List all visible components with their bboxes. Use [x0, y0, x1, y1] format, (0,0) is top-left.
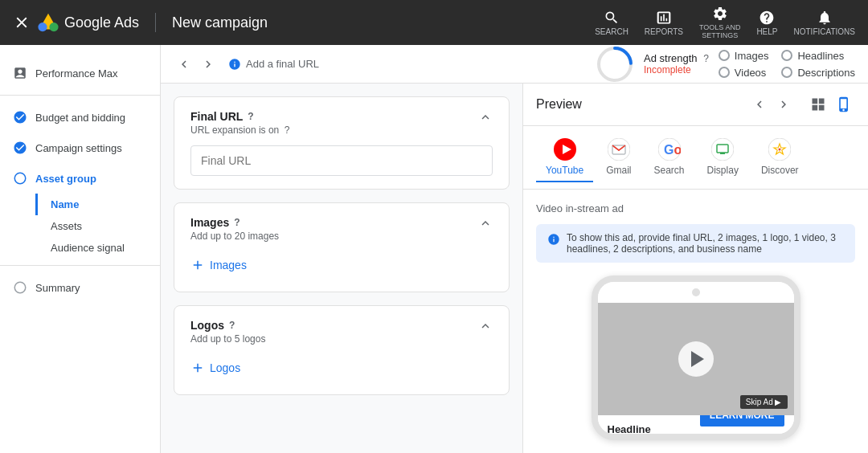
ad-strength: Ad strength ? Incomplete — [596, 45, 709, 84]
sidebar-sub-item-audience-signal[interactable]: Audience signal — [35, 237, 160, 259]
videos-circle — [719, 67, 730, 78]
channel-tabs: YouTube Gmail — [523, 126, 868, 190]
preview-next-button[interactable] — [773, 94, 794, 115]
preview-title: Preview — [536, 97, 743, 112]
phone-mockup: Skip Ad ▶ Headline www.example.com LEAR — [592, 275, 800, 440]
svg-point-1 — [49, 22, 58, 31]
preview-panel: Preview — [522, 84, 868, 453]
tab-youtube-label: YouTube — [546, 165, 583, 176]
youtube-icon — [553, 137, 577, 161]
sidebar-summary-label: Summary — [35, 282, 80, 294]
sidebar-item-budget[interactable]: Budget and bidding — [0, 102, 160, 133]
close-button[interactable] — [13, 14, 31, 31]
svg-point-3 — [14, 173, 26, 184]
svg-point-4 — [14, 282, 26, 293]
logo-text: Google Ads — [64, 14, 139, 31]
breadcrumb-info: Add a final URL — [228, 58, 319, 71]
images-header: Images ? Add up to 20 images — [190, 216, 493, 242]
breadcrumb-bar: Add a final URL Ad strength ? Incomplete — [161, 45, 868, 84]
skip-ad-button[interactable]: Skip Ad ▶ — [740, 395, 788, 409]
prev-button[interactable] — [174, 54, 194, 75]
help-button[interactable]: HELP — [756, 10, 777, 36]
grid-view-button[interactable] — [807, 93, 829, 116]
sidebar-item-performance-max[interactable]: Performance Max — [0, 58, 160, 88]
sidebar: Performance Max Budget and bidding Campa… — [0, 45, 161, 453]
logos-help-icon[interactable]: ? — [229, 320, 235, 331]
images-title-group: Images ? Add up to 20 images — [190, 216, 279, 242]
help-icon-inline[interactable]: ? — [703, 53, 709, 64]
svg-point-17 — [779, 149, 781, 151]
final-url-title: Final URL ? — [190, 110, 289, 123]
form-panel: Final URL ? URL expansion is on ? — [161, 84, 522, 453]
play-button[interactable] — [678, 341, 714, 377]
final-url-help-icon[interactable]: ? — [248, 111, 253, 122]
final-url-input[interactable] — [190, 145, 493, 176]
tab-youtube[interactable]: YouTube — [536, 133, 593, 182]
sidebar-divider-2 — [0, 265, 160, 266]
descriptions-circle — [781, 67, 792, 78]
images-subtitle: Add up to 20 images — [190, 231, 279, 242]
phone-ad-url: www.example.com — [608, 435, 682, 440]
tools-button[interactable]: TOOLS ANDSETTINGS — [699, 6, 740, 39]
tab-search[interactable]: Google Search — [645, 133, 694, 182]
preview-prev-button[interactable] — [749, 94, 770, 115]
tab-gmail[interactable]: Gmail — [596, 133, 641, 182]
logo: Google Ads — [37, 11, 139, 34]
url-expansion-help-icon[interactable]: ? — [285, 124, 290, 136]
final-url-toggle[interactable] — [478, 110, 493, 127]
breadcrumb-text: Add a final URL — [246, 58, 319, 70]
preview-nav — [749, 94, 794, 115]
sidebar-sub-item-assets[interactable]: Assets — [35, 215, 160, 237]
tab-display[interactable]: Display — [698, 133, 748, 182]
discover-icon — [768, 137, 792, 161]
images-help-icon[interactable]: ? — [234, 217, 240, 228]
sidebar-campaign-settings-label: Campaign settings — [35, 142, 122, 154]
tools-label: TOOLS ANDSETTINGS — [699, 23, 740, 39]
preview-content: Video in-stream ad To show this ad, prov… — [523, 190, 868, 453]
search-label: SEARCH — [595, 27, 628, 36]
tab-display-label: Display — [707, 165, 739, 176]
sidebar-divider — [0, 95, 160, 96]
topbar-actions: SEARCH REPORTS TOOLS ANDSETTINGS HELP NO… — [595, 6, 855, 39]
images-toggle[interactable] — [478, 216, 493, 233]
reports-button[interactable]: REPORTS — [645, 10, 683, 36]
add-logos-button[interactable]: Logos — [190, 354, 240, 382]
info-banner: To show this ad, provide final URL, 2 im… — [536, 224, 855, 263]
ad-strength-status: Incomplete — [644, 64, 709, 76]
images-title: Images ? — [190, 216, 279, 229]
sidebar-item-label: Performance Max — [35, 67, 118, 80]
tab-discover[interactable]: Discover — [751, 133, 809, 182]
phone-notch — [598, 282, 794, 303]
svg-rect-9 — [608, 138, 630, 161]
notifications-button[interactable]: NOTIFICATIONS — [794, 10, 855, 36]
help-label: HELP — [756, 27, 777, 36]
final-url-subtitle: URL expansion is on ? — [190, 124, 289, 136]
svg-rect-15 — [720, 153, 725, 154]
gmail-icon — [607, 137, 631, 161]
final-url-section: Final URL ? URL expansion is on ? — [174, 96, 510, 190]
logos-toggle[interactable] — [478, 319, 493, 336]
add-images-button[interactable]: Images — [190, 251, 247, 279]
sidebar-item-campaign-settings[interactable]: Campaign settings — [0, 133, 160, 163]
svg-point-2 — [38, 22, 47, 31]
search-channel-icon: Google — [657, 137, 682, 161]
content-area: Add a final URL Ad strength ? Incomplete — [161, 45, 868, 453]
final-url-header: Final URL ? URL expansion is on ? — [190, 110, 493, 136]
images-section: Images ? Add up to 20 images Images — [174, 202, 510, 292]
sidebar-item-asset-group[interactable]: Asset group — [0, 163, 160, 194]
main-layout: Performance Max Budget and bidding Campa… — [0, 45, 868, 453]
next-button[interactable] — [198, 54, 219, 75]
notifications-label: NOTIFICATIONS — [794, 27, 855, 36]
tab-gmail-label: Gmail — [606, 165, 631, 176]
sidebar-item-summary[interactable]: Summary — [0, 272, 160, 303]
tab-discover-label: Discover — [761, 165, 799, 176]
sidebar-sub-item-name[interactable]: Name — [35, 194, 160, 215]
mobile-view-button[interactable] — [833, 93, 855, 116]
ad-assets: Images Videos Headlines Descriptions — [719, 50, 855, 79]
search-button[interactable]: SEARCH — [595, 10, 628, 36]
campaign-title: New campaign — [172, 14, 268, 31]
final-url-title-group: Final URL ? URL expansion is on ? — [190, 110, 289, 136]
ad-strength-circle — [596, 45, 634, 84]
info-banner-text: To show this ad, provide final URL, 2 im… — [567, 232, 844, 255]
two-panel: Final URL ? URL expansion is on ? — [161, 84, 868, 453]
